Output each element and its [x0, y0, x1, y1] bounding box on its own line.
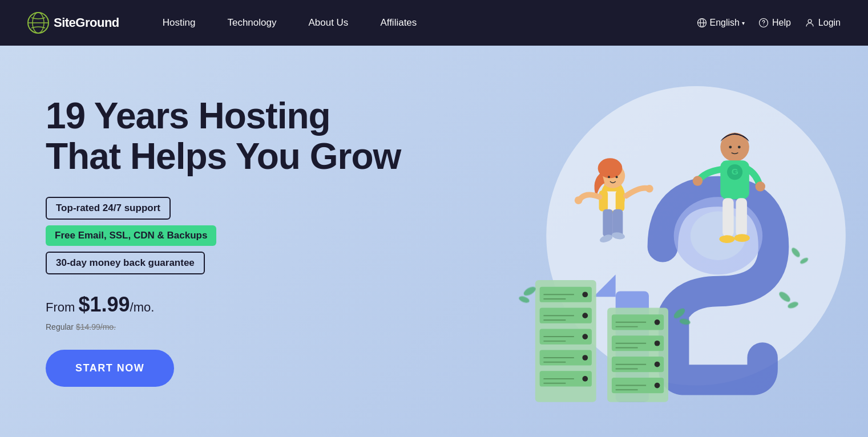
badge-support: Top-rated 24/7 support [46, 197, 171, 220]
pricing-block: From $1.99/mo. [46, 293, 401, 317]
hero-svg: G [474, 53, 862, 430]
regular-price: $14.99/mo. [76, 322, 116, 331]
svg-point-53 [518, 295, 531, 304]
svg-point-20 [582, 292, 588, 297]
svg-point-7 [763, 25, 764, 25]
pricing-from-label: From [46, 300, 78, 314]
help-link[interactable]: Help [758, 18, 791, 28]
navbar: SiteGround Hosting Technology About Us A… [0, 0, 868, 46]
nav-right: English ▾ Help Login [697, 18, 841, 28]
login-label: Login [818, 18, 841, 28]
svg-point-41 [655, 341, 660, 346]
badge-free-features: Free Email, SSL, CDN & Backups [46, 225, 216, 246]
svg-text:G: G [732, 167, 738, 176]
hero-content: 19 Years Hosting That Helps You Grow Top… [46, 96, 401, 387]
svg-rect-83 [736, 198, 747, 237]
nav-technology[interactable]: Technology [211, 0, 292, 46]
help-icon [758, 18, 769, 28]
svg-point-42 [655, 362, 660, 367]
login-icon [805, 18, 815, 28]
svg-point-52 [522, 285, 537, 298]
nav-about-us[interactable]: About Us [292, 0, 364, 46]
svg-point-8 [808, 19, 812, 23]
login-link[interactable]: Login [805, 18, 841, 28]
hero-section: 19 Years Hosting That Helps You Grow Top… [0, 46, 868, 437]
hero-illustration: G [469, 46, 868, 437]
logo-icon [27, 12, 49, 34]
svg-point-64 [616, 176, 618, 178]
logo-link[interactable]: SiteGround [27, 12, 119, 34]
svg-point-63 [608, 176, 610, 178]
svg-point-80 [693, 176, 703, 185]
hero-title: 19 Years Hosting That Helps You Grow [46, 96, 401, 176]
svg-rect-70 [603, 209, 612, 237]
svg-point-21 [582, 313, 588, 318]
language-icon [697, 18, 707, 28]
pricing-period: /mo. [130, 300, 155, 314]
svg-point-81 [756, 181, 765, 191]
hero-badges: Top-rated 24/7 support Free Email, SSL, … [46, 197, 401, 274]
svg-point-76 [738, 145, 741, 148]
svg-point-68 [575, 196, 583, 204]
svg-rect-82 [722, 198, 733, 237]
svg-rect-66 [599, 191, 608, 212]
nav-hosting[interactable]: Hosting [147, 0, 212, 46]
nav-affiliates[interactable]: Affiliates [364, 0, 433, 46]
pricing-regular: Regular $14.99/mo. [46, 322, 401, 331]
badge-guarantee: 30-day money back guarantee [46, 252, 205, 274]
svg-point-69 [645, 185, 653, 193]
svg-point-23 [582, 355, 588, 361]
help-label: Help [772, 18, 791, 28]
chevron-down-icon: ▾ [742, 20, 745, 26]
pricing-amount: $1.99 [78, 293, 130, 316]
language-label: English [709, 18, 739, 28]
language-selector[interactable]: English ▾ [697, 18, 744, 28]
svg-point-43 [655, 383, 660, 389]
logo-text: SiteGround [54, 15, 119, 30]
svg-point-84 [719, 235, 734, 243]
svg-point-24 [582, 376, 588, 382]
svg-point-22 [582, 334, 588, 339]
svg-rect-67 [616, 191, 625, 212]
svg-point-75 [729, 145, 732, 148]
start-now-button[interactable]: START NOW [46, 350, 174, 387]
svg-point-62 [598, 158, 623, 178]
svg-point-85 [734, 234, 750, 242]
svg-point-40 [655, 319, 660, 325]
nav-links: Hosting Technology About Us Affiliates [147, 0, 697, 46]
